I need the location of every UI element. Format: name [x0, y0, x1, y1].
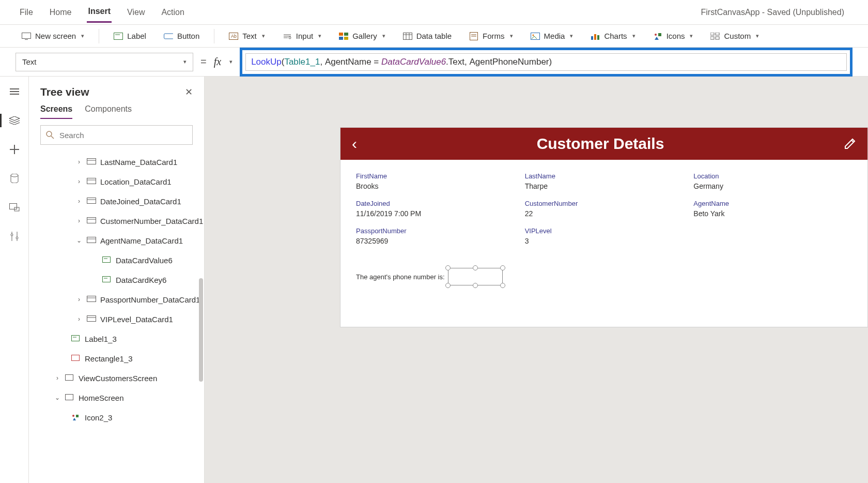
gallery-dropdown[interactable]: Gallery▾ — [333, 28, 392, 44]
tree-item-passport[interactable]: ›PassportNumber_DataCard1 — [29, 290, 204, 309]
tree-item-label: ViewCustomersScreen — [79, 374, 157, 383]
svg-rect-41 — [9, 204, 17, 209]
field-viplevel: VIPLevel3 — [525, 227, 684, 245]
tree-item-custnum[interactable]: ›CustomerNumber_DataCard1 — [29, 211, 204, 231]
custom-dropdown[interactable]: Custom▾ — [704, 28, 765, 44]
svg-rect-57 — [87, 237, 96, 243]
forms-icon — [469, 32, 478, 41]
tree-item-label13[interactable]: Label1_3 — [29, 329, 204, 349]
charts-dropdown[interactable]: Charts▾ — [584, 28, 641, 44]
tree-item-homescreen[interactable]: ⌄HomeScreen — [29, 388, 204, 407]
tab-components[interactable]: Components — [85, 104, 132, 119]
menu-action[interactable]: Action — [160, 3, 185, 22]
card-icon — [87, 237, 96, 244]
close-icon[interactable]: ✕ — [185, 86, 193, 98]
menu-file[interactable]: File — [19, 3, 34, 22]
resize-handle[interactable] — [473, 265, 478, 270]
tree-item-viewcust[interactable]: ›ViewCustomersScreen — [29, 368, 204, 388]
svg-rect-12 — [344, 33, 348, 36]
svg-rect-30 — [710, 33, 714, 35]
field-custnum: CustomerNumber22 — [525, 200, 684, 218]
field-label: LastName — [525, 172, 684, 180]
media-dropdown[interactable]: Media▾ — [524, 28, 580, 44]
back-icon[interactable]: ‹ — [352, 135, 357, 153]
canvas-area[interactable]: ‹ Customer Details FirstNameBrooks LastN… — [205, 77, 868, 483]
svg-rect-28 — [658, 33, 661, 36]
svg-rect-67 — [72, 336, 80, 341]
text-dropdown[interactable]: Ab Text▾ — [223, 28, 271, 44]
tree-item-datejoined[interactable]: ›DateJoined_DataCard1 — [29, 191, 204, 211]
media-rail-icon[interactable] — [8, 201, 21, 214]
chevron-down-icon: ▾ — [570, 33, 573, 39]
tree-item-rect13[interactable]: Rectangle1_3 — [29, 349, 204, 368]
formula-input[interactable]: LookUp(Table1_1, AgentName = DataCardVal… — [245, 53, 847, 71]
svg-rect-51 — [87, 178, 96, 184]
resize-handle[interactable] — [500, 283, 505, 288]
selected-label-control[interactable] — [448, 268, 503, 285]
formula-token: .Text, — [446, 57, 469, 67]
formula-token-id: Table1_1 — [284, 57, 320, 67]
resize-handle[interactable] — [445, 265, 451, 270]
chevron-right-icon[interactable]: › — [75, 198, 83, 205]
button-icon — [164, 32, 173, 41]
button-button[interactable]: Button — [158, 28, 206, 44]
tree-item-dck6[interactable]: DataCardKey6 — [29, 270, 204, 290]
insert-icon[interactable] — [8, 143, 21, 156]
agent-phone-label: The agent's phone number is: — [356, 273, 445, 281]
tree-item-dcv6[interactable]: DataCardValue6 — [29, 250, 204, 270]
resize-handle[interactable] — [445, 283, 451, 288]
agent-phone-row: The agent's phone number is: — [340, 258, 867, 327]
tree-item-lastname[interactable]: ›LastName_DataCard1 — [29, 152, 204, 172]
chevron-right-icon[interactable]: › — [75, 217, 83, 224]
data-icon[interactable] — [8, 172, 21, 185]
chevron-down-icon[interactable]: ⌄ — [75, 237, 83, 244]
screen-icon — [22, 32, 31, 41]
chevron-down-icon[interactable]: ⌄ — [54, 394, 61, 401]
chevron-down-icon[interactable]: ▾ — [229, 58, 233, 65]
forms-dropdown[interactable]: Forms▾ — [463, 28, 519, 44]
resize-handle[interactable] — [473, 283, 478, 288]
label-icon — [71, 335, 81, 342]
field-value: Beto Yark — [693, 209, 852, 218]
table-icon — [403, 32, 412, 41]
edit-icon[interactable] — [844, 138, 856, 150]
scrollbar-thumb[interactable] — [199, 278, 203, 382]
new-screen-button[interactable]: New screen▾ — [16, 28, 90, 44]
resize-handle[interactable] — [500, 265, 505, 270]
search-input[interactable] — [59, 131, 187, 140]
advanced-tools-icon[interactable] — [8, 230, 21, 243]
field-value: 22 — [525, 209, 684, 218]
chevron-down-icon: ▾ — [632, 33, 636, 39]
text-icon: Ab — [229, 32, 238, 41]
chevron-right-icon[interactable]: › — [75, 158, 83, 165]
svg-rect-33 — [716, 37, 719, 39]
menu-home[interactable]: Home — [49, 3, 73, 22]
formula-token: , — [320, 57, 324, 67]
svg-rect-25 — [594, 34, 596, 40]
property-dropdown[interactable]: Text ▾ — [16, 53, 193, 71]
data-table-button[interactable]: Data table — [397, 28, 458, 44]
tree-item-label: DateJoined_DataCard1 — [100, 197, 181, 206]
tree-item-agentname[interactable]: ⌄AgentName_DataCard1 — [29, 231, 204, 250]
tree-view-icon[interactable] — [8, 114, 21, 127]
tree-item-location[interactable]: ›Location_DataCard1 — [29, 172, 204, 191]
tree-item-icon23[interactable]: Icon2_3 — [29, 407, 204, 427]
tree-search[interactable] — [40, 125, 193, 145]
icons-dropdown[interactable]: Icons▾ — [647, 28, 700, 44]
formula-highlight-box: LookUp(Table1_1, AgentName = DataCardVal… — [240, 48, 853, 77]
chevron-right-icon[interactable]: › — [75, 315, 83, 323]
field-passport: PassportNumber87325969 — [356, 227, 515, 245]
svg-rect-70 — [66, 375, 73, 381]
hamburger-icon[interactable] — [8, 85, 21, 98]
chevron-right-icon[interactable]: › — [75, 296, 83, 303]
menu-view[interactable]: View — [126, 3, 146, 22]
menu-insert[interactable]: Insert — [87, 2, 112, 23]
tab-screens[interactable]: Screens — [40, 104, 72, 119]
label-button[interactable]: Label — [107, 28, 152, 44]
media-dd-label: Media — [544, 32, 565, 40]
tree-items: ›LastName_DataCard1 ›Location_DataCard1 … — [29, 151, 204, 483]
input-dropdown[interactable]: Input▾ — [276, 28, 328, 44]
chevron-right-icon[interactable]: › — [75, 178, 83, 185]
tree-item-viplevel[interactable]: ›VIPLevel_DataCard1 — [29, 309, 204, 329]
chevron-right-icon[interactable]: › — [54, 374, 61, 382]
